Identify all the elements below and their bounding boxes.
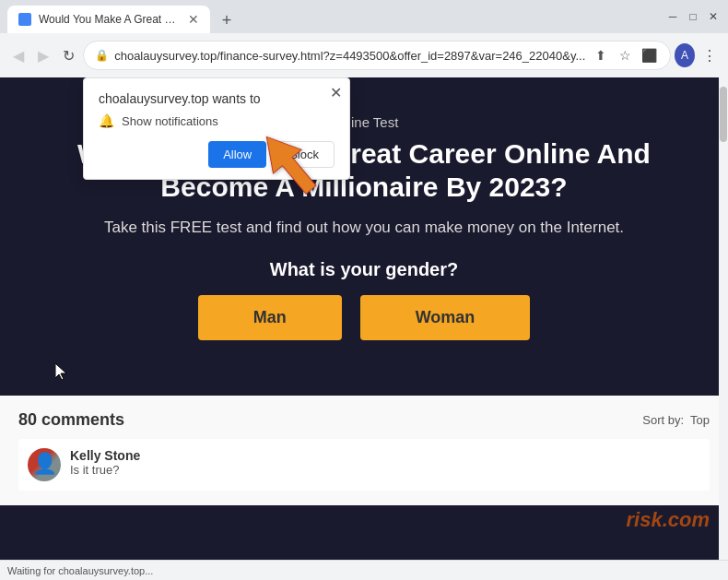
comment-text: Is it true? bbox=[70, 463, 700, 477]
close-button[interactable]: ✕ bbox=[706, 9, 721, 24]
title-bar: Would You Make A Great Career ✕ + ─ □ ✕ bbox=[0, 0, 728, 33]
maximize-button[interactable]: □ bbox=[686, 9, 700, 24]
popup-close-button[interactable]: ✕ bbox=[330, 84, 342, 101]
status-bar: Waiting for choalauysurvey.top... bbox=[0, 560, 728, 580]
bell-icon: 🔔 bbox=[99, 113, 114, 128]
bookmark-icon[interactable]: ☆ bbox=[615, 45, 635, 65]
popup-notification-label: Show notifications bbox=[122, 114, 218, 128]
url-text: choalauysurvey.top/finance-survey.html?z… bbox=[114, 49, 585, 63]
profile-button[interactable]: A bbox=[675, 43, 695, 67]
comment-author: Kelly Stone bbox=[70, 448, 700, 463]
tab-close-button[interactable]: ✕ bbox=[188, 12, 199, 27]
popup-origin: choalauysurvey.top wants to bbox=[99, 91, 335, 106]
gender-question: What is your gender? bbox=[51, 259, 677, 280]
reload-button[interactable]: ↻ bbox=[58, 42, 79, 68]
minimize-button[interactable]: ─ bbox=[665, 9, 680, 24]
gender-buttons: Man Woman bbox=[51, 295, 677, 340]
comments-section: 80 comments Sort by: Top Kelly Stone Is … bbox=[0, 396, 728, 505]
block-button[interactable]: Block bbox=[274, 141, 335, 168]
avatar bbox=[28, 448, 61, 481]
tab-favicon bbox=[18, 13, 31, 26]
browser-frame: Would You Make A Great Career ✕ + ─ □ ✕ … bbox=[0, 0, 728, 580]
allow-button[interactable]: Allow bbox=[208, 141, 266, 168]
tab-bar: Would You Make A Great Career ✕ + bbox=[7, 0, 240, 33]
watermark: risk.com bbox=[627, 508, 710, 532]
tab-title: Would You Make A Great Career bbox=[39, 13, 177, 26]
popup-notification-row: 🔔 Show notifications bbox=[99, 113, 335, 128]
woman-button[interactable]: Woman bbox=[360, 295, 531, 340]
new-tab-button[interactable]: + bbox=[214, 7, 240, 33]
back-button[interactable]: ◀ bbox=[7, 42, 29, 68]
notification-popup: ✕ choalauysurvey.top wants to 🔔 Show not… bbox=[83, 77, 350, 180]
status-text: Waiting for choalauysurvey.top... bbox=[7, 565, 153, 576]
share-icon[interactable]: ⬆ bbox=[591, 45, 611, 65]
comment-content: Kelly Stone Is it true? bbox=[70, 448, 700, 481]
window-controls: ─ □ ✕ bbox=[665, 9, 721, 24]
browser-content: Online Test Would You Make A Great Caree… bbox=[0, 77, 728, 560]
url-bar[interactable]: 🔒 choalauysurvey.top/finance-survey.html… bbox=[83, 41, 671, 70]
popup-buttons: Allow Block bbox=[99, 141, 335, 168]
menu-button[interactable]: ⋮ bbox=[699, 43, 721, 68]
sort-by: Sort by: Top bbox=[642, 413, 710, 427]
active-tab[interactable]: Would You Make A Great Career ✕ bbox=[7, 6, 210, 33]
scrollbar-thumb[interactable] bbox=[720, 87, 727, 142]
lock-icon: 🔒 bbox=[95, 49, 109, 62]
comment-item: Kelly Stone Is it true? bbox=[18, 439, 710, 491]
comments-count: 80 comments bbox=[18, 410, 124, 430]
site-description: Take this FREE test and find out how you… bbox=[51, 219, 677, 237]
address-bar: ◀ ▶ ↻ 🔒 choalauysurvey.top/finance-surve… bbox=[0, 33, 728, 77]
url-right-icons: ⬆ ☆ ⬛ bbox=[591, 45, 659, 65]
forward-button[interactable]: ▶ bbox=[32, 42, 53, 68]
extensions-icon[interactable]: ⬛ bbox=[639, 45, 659, 65]
man-button[interactable]: Man bbox=[198, 295, 342, 340]
comments-header: 80 comments Sort by: Top bbox=[18, 410, 710, 430]
scrollbar[interactable] bbox=[719, 77, 728, 560]
